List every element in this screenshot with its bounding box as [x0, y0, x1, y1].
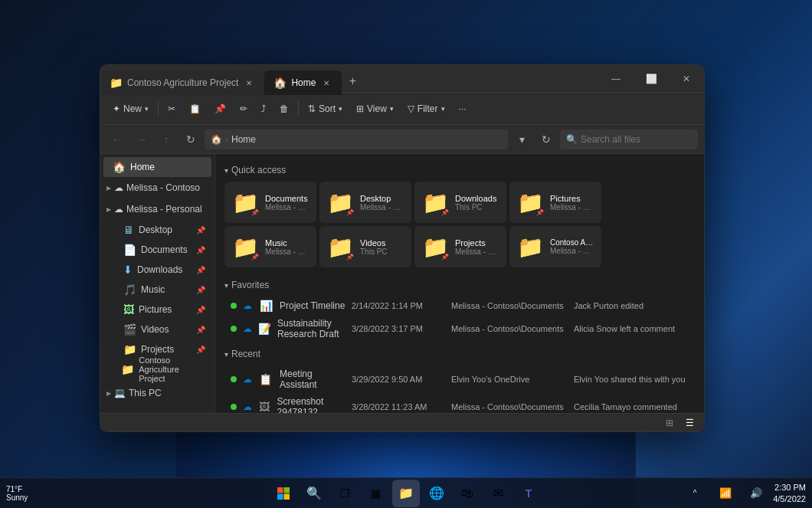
recent-row-1-name-cell: ☁ 🖼 Screenshot 29478132	[231, 396, 352, 413]
sidebar-item-desktop[interactable]: 🖥 Desktop 📌	[103, 220, 211, 240]
quick-docs-name: Documents	[265, 194, 309, 203]
tab-contoso-icon: 📁	[110, 77, 123, 89]
paste-button[interactable]: 📌	[208, 97, 232, 120]
tab-home-icon: 🏠	[273, 77, 286, 89]
recent-header[interactable]: ▾ Recent	[224, 349, 695, 359]
minimize-button[interactable]: —	[598, 65, 634, 93]
quick-videos-sub: This PC	[360, 247, 388, 256]
rename-button[interactable]: ✏	[234, 97, 254, 120]
sidebar-item-home[interactable]: 🏠 Home	[103, 157, 211, 177]
sidebar-item-documents[interactable]: 📄 Documents 📌	[103, 240, 211, 260]
sidebar-melissa-contoso-label: Melissa - Contoso	[126, 182, 200, 193]
pin-icon-5: 📌	[196, 306, 205, 314]
tab-contoso[interactable]: 📁 Contoso Agriculture Project ✕	[100, 70, 264, 95]
quick-item-downloads[interactable]: 📁 📌 Downloads This PC	[414, 182, 506, 223]
quick-access-grid: 📁 📌 Documents Melissa - Contoso 📁 📌	[224, 182, 695, 267]
sidebar-music-label: Music	[141, 284, 165, 295]
tab-contoso-close[interactable]: ✕	[243, 77, 255, 89]
sidebar-group-melissa-contoso[interactable]: ▶ ☁ Melissa - Contoso	[100, 177, 214, 198]
quick-item-contoso[interactable]: 📁 Contoso Agriculture Project Melissa - …	[509, 226, 601, 267]
content-area: 🏠 Home ▶ ☁ Melissa - Contoso ▶ ☁ Melissa…	[100, 154, 704, 413]
quick-item-desktop[interactable]: 📁 📌 Desktop Melissa - Contoso	[319, 182, 411, 223]
quick-access-header[interactable]: ▾ Quick access	[224, 165, 695, 175]
address-refresh-button[interactable]: ↻	[535, 129, 557, 150]
teams-taskbar-button[interactable]: T	[515, 480, 542, 507]
quick-item-documents[interactable]: 📁 📌 Documents Melissa - Contoso	[224, 182, 316, 223]
favorite-row-0-status	[231, 303, 237, 309]
forward-button[interactable]: →	[131, 129, 152, 150]
sort-icon: ⇅	[308, 103, 316, 114]
close-button[interactable]: ✕	[669, 65, 704, 93]
up-button[interactable]: ↑	[156, 129, 177, 150]
sidebar-item-music[interactable]: 🎵 Music 📌	[103, 280, 211, 300]
tab-home[interactable]: 🏠 Home ✕	[264, 70, 342, 95]
quick-music-name: Music	[265, 238, 309, 247]
sidebar-item-contoso-agriculture[interactable]: 📁 Contoso Agriculture Project	[103, 359, 211, 379]
quick-item-projects[interactable]: 📁 📌 Projects Melissa - Contoso	[414, 226, 506, 267]
network-button[interactable]: 📶	[712, 480, 739, 507]
quick-downloads-pin: 📌	[441, 209, 449, 216]
quick-item-videos[interactable]: 📁 📌 Videos This PC	[319, 226, 411, 267]
search-bar[interactable]: 🔍 Search all files	[560, 129, 698, 149]
breadcrumb-current: Home	[231, 134, 256, 145]
start-button[interactable]	[270, 480, 297, 507]
recent-row-1[interactable]: ☁ 🖼 Screenshot 29478132 3/28/2022 11:23 …	[224, 393, 695, 413]
grid-view-button[interactable]: ⊞	[661, 416, 678, 430]
quick-item-pictures[interactable]: 📁 📌 Pictures Melissa - Contoso	[509, 182, 601, 223]
sidebar-projects-label: Projects	[141, 344, 174, 355]
quick-desktop-sub: Melissa - Contoso	[360, 203, 404, 211]
clock[interactable]: 2:30 PM 4/5/2022	[773, 482, 806, 504]
view-icon: ⊞	[356, 103, 364, 114]
sidebar-group-melissa-personal[interactable]: ▶ ☁ Melissa - Personal	[100, 198, 214, 220]
volume-button[interactable]: 🔊	[742, 480, 770, 507]
back-button[interactable]: ←	[106, 129, 128, 150]
file-explorer-taskbar-button[interactable]: 📁	[392, 480, 420, 507]
delete-button[interactable]: 🗑	[273, 97, 295, 120]
widgets-button[interactable]: ▦	[362, 480, 389, 507]
recent-row-0-activity: Elvin Yoo shared this with you	[574, 375, 689, 384]
breadcrumb[interactable]: 🏠 › Home	[205, 129, 508, 149]
edge-taskbar-button[interactable]: 🌐	[423, 480, 450, 507]
view-button[interactable]: ⊞ View ▾	[350, 97, 400, 120]
favorites-header[interactable]: ▾ Favorites	[224, 280, 695, 290]
expand-icon: ▶	[106, 185, 111, 192]
quick-contoso-sub: Melissa - Contoso	[550, 247, 594, 255]
quick-contoso-name: Contoso Agriculture Project	[550, 238, 594, 247]
sidebar-item-videos[interactable]: 🎬 Videos 📌	[103, 320, 211, 339]
store-taskbar-button[interactable]: 🛍	[453, 480, 481, 507]
favorite-row-1-date: 3/28/2022 3:17 PM	[352, 324, 451, 333]
taskbar-left: 71°F Sunny	[6, 485, 32, 502]
quick-music-info: Music Melissa - Contoso	[265, 238, 309, 256]
list-view-button[interactable]: ☰	[681, 416, 698, 430]
sort-button[interactable]: ⇅ Sort ▾	[302, 97, 349, 120]
filter-button[interactable]: ▽ Filter ▾	[401, 97, 451, 120]
task-view-button[interactable]: ❐	[331, 480, 359, 507]
cut-button[interactable]: ✂	[162, 97, 182, 120]
systray-chevron-button[interactable]: ^	[681, 480, 709, 507]
address-dropdown-button[interactable]: ▾	[511, 129, 532, 150]
favorite-row-1[interactable]: ☁ 📝 Sustainability Research Draft 3/28/2…	[224, 315, 695, 342]
new-button[interactable]: ✦ New ▾	[106, 97, 155, 120]
sidebar-group-thispc[interactable]: ▶ 💻 This PC	[100, 382, 214, 404]
more-button[interactable]: ···	[453, 97, 473, 120]
quick-pictures-sub: Melissa - Contoso	[550, 203, 594, 211]
svg-rect-0	[277, 487, 283, 493]
pin-icon-3: 📌	[196, 266, 205, 274]
maximize-button[interactable]: ⬜	[634, 65, 669, 93]
copy-button[interactable]: 📋	[183, 97, 207, 120]
refresh-button[interactable]: ↻	[180, 129, 201, 150]
mail-taskbar-button[interactable]: ✉	[484, 480, 512, 507]
sidebar-item-downloads[interactable]: ⬇ Downloads 📌	[103, 260, 211, 280]
sidebar-melissa-personal-label: Melissa - Personal	[126, 204, 202, 215]
sidebar-videos-label: Videos	[141, 324, 169, 335]
sidebar-item-pictures[interactable]: 🖼 Pictures 📌	[103, 300, 211, 320]
projects-icon: 📁	[123, 343, 136, 356]
favorite-row-0[interactable]: ☁ 📊 Project Timeline 2/14/2022 1:14 PM M…	[224, 297, 695, 315]
taskbar-search-button[interactable]: 🔍	[300, 480, 328, 507]
quick-item-music[interactable]: 📁 📌 Music Melissa - Contoso	[224, 226, 316, 267]
share-button[interactable]: ⤴	[255, 97, 272, 120]
tab-home-close[interactable]: ✕	[320, 77, 332, 89]
new-tab-button[interactable]: +	[342, 70, 363, 92]
weather-widget[interactable]: 71°F Sunny	[6, 485, 28, 502]
recent-row-0[interactable]: ☁ 📋 Meeting Assistant 3/29/2022 9:50 AM …	[224, 365, 695, 393]
